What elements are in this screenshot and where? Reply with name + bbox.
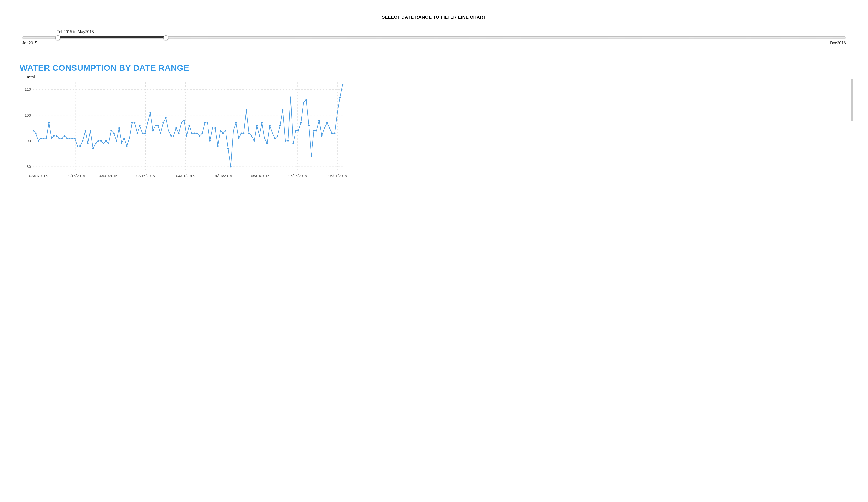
svg-point-19 [48,122,50,124]
svg-point-117 [303,102,304,103]
svg-point-70 [180,122,182,124]
svg-point-50 [128,137,130,139]
svg-point-17 [43,137,44,139]
svg-point-99 [256,125,258,126]
svg-text:110: 110 [25,87,31,91]
svg-point-59 [152,130,154,131]
svg-text:05/01/2015: 05/01/2015 [251,174,269,178]
svg-point-114 [295,130,297,131]
svg-text:03/01/2015: 03/01/2015 [99,174,117,178]
date-range-slider[interactable]: Feb2015 to May2015 Jan2015 Dec2016 [22,31,846,46]
slider-min-label: Jan2015 [22,41,37,45]
svg-point-21 [53,135,55,136]
svg-text:02/16/2015: 02/16/2015 [66,174,85,178]
svg-point-104 [269,125,271,126]
svg-point-45 [116,140,117,142]
svg-text:80: 80 [27,164,31,168]
svg-text:06/01/2015: 06/01/2015 [328,174,347,178]
svg-point-74 [191,132,193,134]
svg-point-108 [279,125,281,126]
svg-point-101 [261,122,263,124]
svg-point-122 [316,130,317,131]
svg-point-97 [251,135,252,136]
svg-point-121 [313,130,315,131]
svg-point-82 [212,127,214,129]
svg-point-39 [100,140,102,142]
svg-point-86 [222,132,224,134]
svg-point-18 [45,137,47,139]
svg-point-72 [186,135,187,136]
svg-point-128 [331,132,333,134]
svg-point-13 [32,130,34,131]
svg-point-22 [56,135,58,136]
svg-point-113 [292,143,294,144]
slider-selection-bar[interactable] [58,37,166,39]
svg-text:04/16/2015: 04/16/2015 [214,174,232,178]
svg-point-63 [163,122,164,124]
svg-point-61 [157,125,159,126]
svg-point-64 [165,117,167,119]
svg-point-107 [277,135,278,136]
svg-point-95 [246,110,247,111]
slider-handle-end[interactable] [163,35,168,40]
slider-handle-start[interactable] [55,35,60,40]
svg-point-88 [227,148,229,149]
svg-point-125 [323,127,325,129]
svg-point-87 [225,130,226,131]
slider-title: SELECT DATE RANGE TO FILTER LINE CHART [20,15,848,20]
svg-point-49 [126,145,128,147]
svg-point-38 [97,140,99,142]
svg-point-120 [311,155,312,157]
svg-point-130 [337,112,338,113]
svg-point-37 [95,143,96,144]
svg-point-112 [290,96,291,98]
svg-point-23 [59,137,60,139]
svg-point-41 [105,140,107,142]
svg-point-96 [248,132,250,134]
svg-point-69 [178,132,179,134]
svg-point-35 [90,130,91,131]
svg-point-57 [147,122,148,124]
svg-point-55 [142,132,143,134]
svg-point-27 [69,137,71,139]
svg-point-29 [74,137,76,139]
svg-point-83 [214,127,216,129]
svg-point-116 [300,122,302,124]
svg-point-98 [254,140,255,142]
svg-point-81 [209,140,211,142]
svg-point-84 [217,145,219,147]
svg-point-65 [168,130,169,131]
slider-selection-label: Feb2015 to May2015 [57,30,94,34]
svg-point-115 [298,130,299,131]
svg-point-103 [266,143,268,144]
svg-point-66 [170,135,172,136]
svg-point-76 [196,132,198,134]
scrollbar-indicator[interactable] [851,79,853,121]
svg-point-25 [64,135,65,136]
svg-point-100 [259,135,260,136]
svg-point-126 [326,122,328,124]
chart-title: WATER CONSUMPTION BY DATE RANGE [20,63,848,73]
svg-point-109 [282,110,283,111]
svg-point-58 [149,112,151,113]
svg-point-33 [84,130,86,131]
svg-text:90: 90 [27,139,31,143]
svg-text:05/16/2015: 05/16/2015 [288,174,307,178]
svg-point-92 [238,137,239,139]
svg-point-75 [194,132,195,134]
svg-point-110 [285,140,286,142]
svg-point-79 [204,122,206,124]
svg-point-124 [321,135,323,136]
svg-point-62 [160,132,162,134]
svg-point-47 [121,143,122,144]
svg-text:100: 100 [25,113,31,117]
svg-point-123 [318,120,320,121]
line-chart: 809010011002/01/201502/16/201503/01/2015… [20,79,348,181]
svg-point-89 [230,166,231,167]
svg-point-24 [61,137,63,139]
svg-point-40 [103,143,104,144]
svg-point-26 [66,137,68,139]
svg-point-129 [334,132,335,134]
svg-point-32 [82,140,83,142]
svg-point-60 [155,125,156,126]
